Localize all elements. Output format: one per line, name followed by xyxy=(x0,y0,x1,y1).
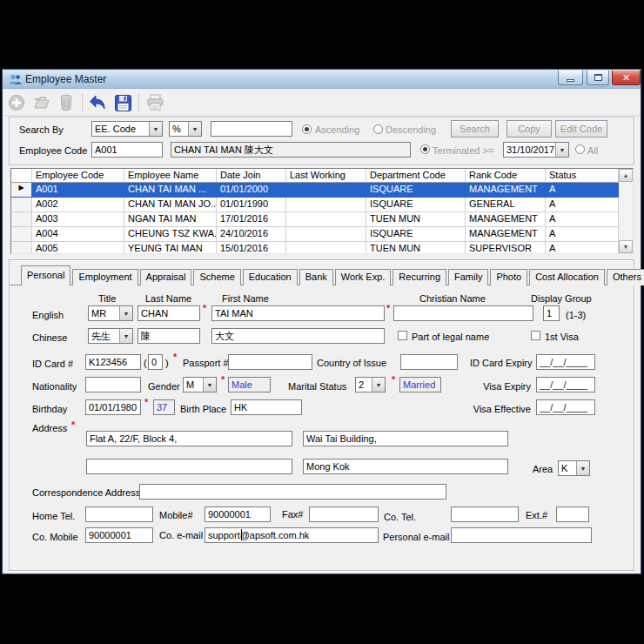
correspondence-address-input[interactable] xyxy=(139,484,446,500)
edit-code-button[interactable]: Edit Code xyxy=(555,120,607,138)
chevron-down-icon[interactable]: ▼ xyxy=(119,306,132,320)
visa-effective-input[interactable]: __/__/____ xyxy=(536,399,595,415)
print-button[interactable] xyxy=(144,92,165,113)
chevron-down-icon[interactable]: ▼ xyxy=(576,461,589,475)
save-button[interactable] xyxy=(112,92,133,113)
chevron-down-icon[interactable]: ▼ xyxy=(372,378,385,392)
co-email-input[interactable] xyxy=(205,527,379,543)
address-line1b-input[interactable] xyxy=(303,431,508,446)
address-line2b-input[interactable] xyxy=(303,459,508,474)
tab-others[interactable]: Others xyxy=(607,269,644,285)
birthday-input[interactable] xyxy=(85,399,141,415)
delete-button[interactable] xyxy=(56,92,77,113)
tab-bank[interactable]: Bank xyxy=(299,269,333,285)
id-card-expiry-input[interactable]: __/__/____ xyxy=(536,354,595,370)
fax-input[interactable] xyxy=(309,506,379,522)
maximize-button[interactable] xyxy=(587,70,609,85)
col-header[interactable]: Employee Code xyxy=(32,169,124,183)
christian-name-input[interactable] xyxy=(393,305,533,321)
home-tel-input[interactable] xyxy=(85,506,153,522)
chevron-down-icon[interactable]: ▼ xyxy=(188,122,201,136)
tab-appraisal[interactable]: Appraisal xyxy=(140,269,192,285)
address-line1a-input[interactable] xyxy=(86,431,292,446)
birthday-label: Birthday xyxy=(32,404,67,414)
english-first-name-input[interactable] xyxy=(211,305,385,321)
address-line2a-input[interactable] xyxy=(86,459,292,474)
birth-place-input[interactable] xyxy=(231,399,302,415)
tab-work-exp[interactable]: Work Exp. xyxy=(335,269,392,285)
terminated-radio[interactable] xyxy=(420,144,430,154)
vertical-scrollbar[interactable]: ▲ ▼ xyxy=(619,169,633,253)
chevron-down-icon[interactable]: ▼ xyxy=(119,329,132,343)
close-button[interactable]: ✕ xyxy=(612,70,641,85)
minimize-button[interactable] xyxy=(558,70,583,85)
descending-radio[interactable] xyxy=(373,124,383,134)
chevron-down-icon[interactable]: ▼ xyxy=(555,143,568,157)
col-header[interactable]: Department Code xyxy=(366,169,466,183)
country-of-issue-input[interactable] xyxy=(400,354,458,370)
chevron-down-icon[interactable]: ▼ xyxy=(149,122,162,136)
co-email-label: Co. e-mail xyxy=(159,530,203,540)
scroll-up-button[interactable]: ▲ xyxy=(619,169,633,182)
tab-recurring[interactable]: Recurring xyxy=(392,269,446,285)
co-mobile-input[interactable] xyxy=(85,527,153,543)
copy-button[interactable]: Copy xyxy=(506,120,552,138)
part-of-legal-name-checkbox[interactable] xyxy=(398,331,407,340)
grid-row[interactable]: A005 YEUNG TAI MAN 15/01/2016 TUEN MUN S… xyxy=(11,242,633,254)
scroll-down-button[interactable]: ▼ xyxy=(619,240,633,253)
all-radio[interactable] xyxy=(575,144,585,154)
chinese-last-name-input[interactable] xyxy=(138,328,200,344)
search-by-combo[interactable]: EE. Code ▼ xyxy=(91,121,163,137)
mobile-input[interactable] xyxy=(205,506,271,522)
first-visa-checkbox[interactable] xyxy=(531,331,540,340)
tab-scheme[interactable]: Scheme xyxy=(193,269,240,285)
add-button[interactable] xyxy=(6,92,27,113)
tab-personal[interactable]: Personal xyxy=(21,265,70,285)
english-title-combo[interactable]: MR ▼ xyxy=(88,305,133,321)
search-button[interactable]: Search xyxy=(451,120,499,138)
tab-cost-allocation[interactable]: Cost Allocation xyxy=(529,269,605,285)
passport-input[interactable] xyxy=(228,354,312,370)
wildcard-combo[interactable]: % ▼ xyxy=(169,121,202,137)
area-combo[interactable]: K ▼ xyxy=(558,460,590,476)
english-last-name-input[interactable] xyxy=(138,305,200,321)
terminated-date-combo[interactable]: 31/10/2017 ▼ xyxy=(503,142,569,158)
col-header[interactable]: Rank Code xyxy=(466,169,546,183)
visa-expiry-input[interactable]: __/__/____ xyxy=(536,377,595,392)
id-card-input[interactable] xyxy=(85,354,141,370)
chinese-title-combo[interactable]: 先生 ▼ xyxy=(88,328,133,344)
grid-row[interactable]: A002 CHAN TAI MAN JO... 01/01/1990 ISQUA… xyxy=(11,198,633,212)
id-card-label: ID Card # xyxy=(32,359,73,369)
col-header[interactable]: Status xyxy=(546,169,619,183)
english-label: English xyxy=(32,310,64,320)
marital-status-combo[interactable]: 2 ▼ xyxy=(355,377,386,392)
ext-input[interactable] xyxy=(556,506,589,522)
open-button[interactable] xyxy=(31,92,52,113)
tab-education[interactable]: Education xyxy=(243,269,298,285)
col-header[interactable]: Employee Name xyxy=(124,169,217,183)
nationality-input[interactable] xyxy=(85,377,141,392)
titlebar[interactable]: Employee Master ✕ xyxy=(3,70,641,89)
grid-row[interactable]: A003 NGAN TAI MAN 17/01/2016 TUEN MUN MA… xyxy=(11,212,633,227)
display-group-input[interactable] xyxy=(543,305,560,321)
ascending-radio[interactable] xyxy=(302,124,312,134)
chevron-down-icon[interactable]: ▼ xyxy=(203,378,216,392)
personal-email-input[interactable] xyxy=(451,527,592,543)
col-header[interactable]: Last Working xyxy=(286,169,366,183)
col-header[interactable]: Date Join xyxy=(217,169,286,183)
co-tel-input[interactable] xyxy=(451,506,519,522)
chinese-first-name-input[interactable] xyxy=(211,328,385,344)
grid-row-selected[interactable]: ▶ A001 CHAN TAI MAN ... 01/01/2000 ISQUA… xyxy=(11,183,633,198)
tab-family[interactable]: Family xyxy=(448,269,488,285)
employee-name-display: CHAN TAI MAN 陳大文 xyxy=(171,142,411,158)
save-floppy-icon xyxy=(115,95,131,111)
grid-row[interactable]: A004 CHEUNG TSZ KWA... 24/10/2016 ISQUAR… xyxy=(11,227,633,242)
visa-effective-label: Visa Effective xyxy=(461,404,531,414)
tab-photo[interactable]: Photo xyxy=(490,269,527,285)
gender-combo[interactable]: M ▼ xyxy=(183,377,217,392)
undo-button[interactable] xyxy=(88,92,109,113)
tab-employment[interactable]: Employment xyxy=(72,269,138,285)
check-digit-input[interactable] xyxy=(148,354,163,370)
search-input[interactable] xyxy=(211,121,292,137)
employee-code-input[interactable] xyxy=(91,142,163,158)
